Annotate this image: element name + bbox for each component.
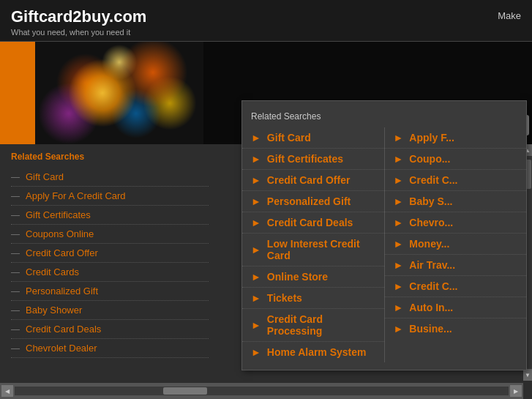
arrow-icon: — <box>11 305 20 316</box>
overlay-link-gift-certificates[interactable]: Gift Certificates <box>267 153 343 165</box>
sidebar-item-credit-card-deals[interactable]: — Credit Card Deals <box>11 320 209 339</box>
h-scroll-left-button[interactable]: ◀ <box>1 385 13 397</box>
overlay-item-chevro[interactable]: ► Chevro... <box>385 212 527 234</box>
overlay-arrow-icon: ► <box>394 153 404 165</box>
site-subtitle: What you need, when you need it <box>11 28 146 37</box>
overlay-item-low-interest[interactable]: ► Low Interest Credit Card <box>242 234 384 266</box>
sidebar-link-chevrolet-dealer[interactable]: Chevrolet Dealer <box>26 343 97 354</box>
sidebar-item-credit-card-offer[interactable]: — Credit Card Offer <box>11 244 209 263</box>
sidebar-link-personalized-gift[interactable]: Personalized Gift <box>26 286 98 297</box>
overlay-link-chevro[interactable]: Chevro... <box>409 217 453 228</box>
overlay-arrow-icon: ► <box>394 238 404 250</box>
overlay-link-credit-card-processing[interactable]: Credit Card Processing <box>267 313 375 337</box>
scroll-down-button[interactable]: ▼ <box>523 369 532 381</box>
overlay-link-tickets[interactable]: Tickets <box>267 292 302 304</box>
overlay-columns: ► Gift Card ► Gift Certificates ► Credit… <box>242 127 526 362</box>
overlay-arrow-icon: ► <box>251 346 261 358</box>
overlay-arrow-icon: ► <box>394 195 404 207</box>
header: Giftcard2buy.com What you need, when you… <box>0 0 532 42</box>
overlay-item-credit-card-offer[interactable]: ► Credit Card Offer <box>242 170 384 191</box>
overlay-arrow-icon: ► <box>394 259 404 271</box>
sidebar-item-gift-card[interactable]: — Gift Card <box>11 168 209 187</box>
overlay-link-gift-card[interactable]: Gift Card <box>267 132 311 143</box>
sidebar-link-credit-card-deals[interactable]: Credit Card Deals <box>26 324 101 335</box>
overlay-arrow-icon: ► <box>251 319 261 331</box>
arrow-icon: — <box>11 229 20 239</box>
overlay-link-credit-c[interactable]: Credit C... <box>409 174 457 186</box>
overlay-item-credit-card-processing[interactable]: ► Credit Card Processing <box>242 309 384 342</box>
overlay-arrow-icon: ► <box>394 323 404 335</box>
overlay-item-gift-card[interactable]: ► Gift Card <box>242 127 384 149</box>
sidebar-link-gift-card[interactable]: Gift Card <box>26 171 64 182</box>
h-scroll-right-button[interactable]: ▶ <box>510 385 522 397</box>
arrow-icon: — <box>11 248 20 258</box>
overlay-arrow-icon: ► <box>251 292 261 304</box>
overlay-item-apply-credit[interactable]: ► Apply F... <box>385 127 527 149</box>
main-content: Related Searches — Gift Card — Apply For… <box>0 144 532 381</box>
overlay-link-coupons[interactable]: Coupo... <box>409 153 450 165</box>
sidebar-related-searches-title: Related Searches <box>11 152 209 162</box>
overlay-link-busine[interactable]: Busine... <box>409 323 452 335</box>
sidebar-link-baby-shower[interactable]: Baby Shower <box>26 305 82 316</box>
overlay-item-auto-in[interactable]: ► Auto In... <box>385 297 527 318</box>
arrow-icon: — <box>11 267 20 277</box>
overlay-item-busine[interactable]: ► Busine... <box>385 318 527 339</box>
overlay-arrow-icon: ► <box>251 244 261 256</box>
arrow-icon: — <box>11 210 20 220</box>
overlay-link-auto-in[interactable]: Auto In... <box>409 302 453 313</box>
overlay-item-tickets[interactable]: ► Tickets <box>242 288 384 309</box>
sidebar-link-credit-card-offer[interactable]: Credit Card Offer <box>26 247 98 258</box>
header-make-label: Make <box>498 7 521 21</box>
overlay-link-apply-credit[interactable]: Apply F... <box>409 132 454 143</box>
overlay-item-air-trav[interactable]: ► Air Trav... <box>385 255 527 276</box>
horizontal-scrollbar[interactable]: ◀ ▶ <box>0 383 523 399</box>
overlay-item-coupons[interactable]: ► Coupo... <box>385 149 527 170</box>
overlay-arrow-icon: ► <box>394 174 404 186</box>
overlay-right-column: ► Apply F... ► Coupo... ► Credit C... ► … <box>385 127 527 362</box>
overlay-link-home-alarm[interactable]: Home Alarm System <box>267 346 367 358</box>
overlay-arrow-icon: ► <box>251 195 261 207</box>
sidebar-link-coupons-online[interactable]: Coupons Online <box>26 228 94 239</box>
overlay-link-credit-card-offer[interactable]: Credit Card Offer <box>267 174 351 186</box>
overlay-link-personalized-gift[interactable]: Personalized Gift <box>267 195 351 207</box>
overlay-item-gift-certificates[interactable]: ► Gift Certificates <box>242 149 384 170</box>
sidebar-item-gift-certificates[interactable]: — Gift Certificates <box>11 206 209 225</box>
overlay-link-air-trav[interactable]: Air Trav... <box>409 259 455 271</box>
overlay-link-credit-c2[interactable]: Credit C... <box>409 280 457 292</box>
arrow-icon: — <box>11 286 20 297</box>
sidebar-item-chevrolet-dealer[interactable]: — Chevrolet Dealer <box>11 339 209 358</box>
overlay-link-low-interest[interactable]: Low Interest Credit Card <box>267 238 375 261</box>
overlay-item-baby-s[interactable]: ► Baby S... <box>385 191 527 212</box>
overlay-link-money[interactable]: Money... <box>409 238 449 250</box>
overlay-link-online-store[interactable]: Online Store <box>267 271 328 283</box>
overlay-item-money[interactable]: ► Money... <box>385 234 527 255</box>
arrow-icon: — <box>11 172 20 182</box>
overlay-link-baby-s[interactable]: Baby S... <box>409 195 452 207</box>
sidebar-link-apply-credit-card[interactable]: Apply For A Credit Card <box>26 190 126 201</box>
left-sidebar: Related Searches — Gift Card — Apply For… <box>0 144 220 381</box>
h-scroll-thumb[interactable] <box>163 387 207 395</box>
overlay-arrow-icon: ► <box>251 271 261 283</box>
overlay-panel: Related Searches ► Gift Card ► Gift Cert… <box>241 100 527 370</box>
overlay-item-home-alarm[interactable]: ► Home Alarm System <box>242 342 384 362</box>
overlay-arrow-icon: ► <box>251 217 261 228</box>
overlay-item-credit-c[interactable]: ► Credit C... <box>385 170 527 191</box>
sidebar-item-apply-credit-card[interactable]: — Apply For A Credit Card <box>11 187 209 206</box>
arrow-icon: — <box>11 324 20 335</box>
sidebar-link-gift-certificates[interactable]: Gift Certificates <box>26 209 91 220</box>
overlay-link-credit-card-deals[interactable]: Credit Card Deals <box>267 217 353 228</box>
hero-bokeh-image <box>35 42 203 144</box>
sidebar-item-coupons-online[interactable]: — Coupons Online <box>11 225 209 244</box>
sidebar-item-credit-cards[interactable]: — Credit Cards <box>11 263 209 282</box>
overlay-arrow-icon: ► <box>394 132 404 143</box>
overlay-item-credit-c2[interactable]: ► Credit C... <box>385 276 527 297</box>
overlay-item-online-store[interactable]: ► Online Store <box>242 266 384 288</box>
sidebar-link-credit-cards[interactable]: Credit Cards <box>26 266 79 277</box>
overlay-item-credit-card-deals[interactable]: ► Credit Card Deals <box>242 212 384 234</box>
sidebar-item-baby-shower[interactable]: — Baby Shower <box>11 301 209 320</box>
h-scroll-track <box>15 387 509 395</box>
overlay-item-personalized-gift[interactable]: ► Personalized Gift <box>242 191 384 212</box>
overlay-left-column: ► Gift Card ► Gift Certificates ► Credit… <box>242 127 385 362</box>
sidebar-item-personalized-gift[interactable]: — Personalized Gift <box>11 282 209 301</box>
overlay-arrow-icon: ► <box>394 217 404 228</box>
